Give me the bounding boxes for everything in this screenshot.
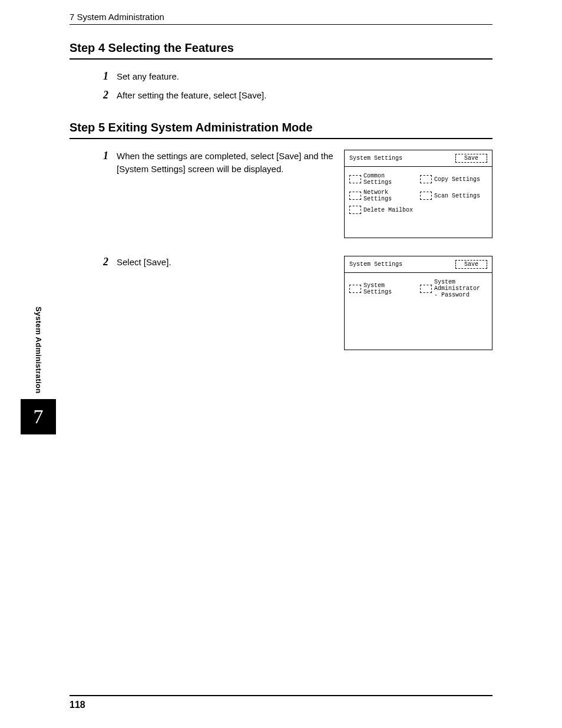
side-tab: System Administration 7: [21, 307, 56, 434]
option-scan-settings[interactable]: Scan Settings: [420, 189, 485, 202]
panel-title: System Settings: [349, 155, 402, 162]
page-number: 118: [70, 695, 492, 710]
option-box-icon: [420, 285, 432, 293]
step-text: When the settings are completed, select …: [117, 150, 336, 176]
option-label: Common Settings: [363, 173, 414, 186]
save-button[interactable]: Save: [455, 154, 487, 163]
option-delete-mailbox[interactable]: Delete Mailbox: [349, 206, 414, 214]
option-label: System Administrator - Password: [434, 279, 485, 298]
option-label: System Settings: [363, 282, 414, 295]
step-text: Select [Save].: [117, 256, 336, 269]
option-box-icon: [349, 285, 361, 293]
option-network-settings[interactable]: Network Settings: [349, 189, 414, 202]
option-label: Delete Mailbox: [363, 207, 413, 213]
step-text: Set any feature.: [117, 70, 492, 83]
option-box-icon: [349, 175, 361, 183]
option-label: Copy Settings: [434, 176, 480, 183]
option-common-settings[interactable]: Common Settings: [349, 173, 414, 186]
option-copy-settings[interactable]: Copy Settings: [420, 173, 485, 186]
option-system-settings[interactable]: System Settings: [349, 279, 414, 298]
option-box-icon: [349, 206, 361, 214]
option-label: Scan Settings: [434, 193, 480, 199]
step-num: 2: [70, 256, 117, 268]
step-num: 2: [70, 89, 117, 101]
option-box-icon: [420, 175, 432, 183]
running-head: 7 System Administration: [70, 12, 492, 25]
section5-title: Step 5 Exiting System Administration Mod…: [70, 121, 492, 139]
panel-system-settings-1: System Settings Save Common Settings Cop…: [344, 150, 492, 238]
step-num: 1: [70, 70, 117, 83]
step-text: After setting the feature, select [Save]…: [117, 89, 492, 102]
save-button[interactable]: Save: [455, 260, 487, 269]
chapter-number-box: 7: [21, 399, 56, 434]
option-box-icon: [420, 192, 432, 200]
option-admin-password[interactable]: System Administrator - Password: [420, 279, 485, 298]
section4-title: Step 4 Selecting the Features: [70, 41, 492, 60]
option-label: Network Settings: [363, 189, 414, 202]
panel-title: System Settings: [349, 261, 402, 268]
option-box-icon: [349, 192, 361, 200]
panel-system-settings-2: System Settings Save System Settings Sys…: [344, 256, 492, 350]
step-num: 1: [70, 150, 117, 162]
side-tab-label: System Administration: [34, 307, 43, 393]
